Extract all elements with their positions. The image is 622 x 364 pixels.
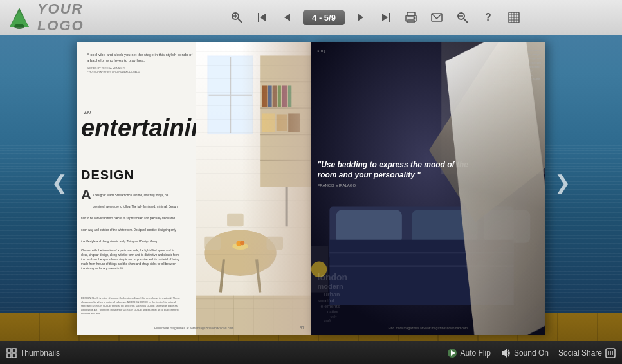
next-page-nav-arrow[interactable]: ❯: [548, 163, 577, 201]
svg-rect-48: [276, 114, 286, 131]
thumbnails-label: Thumbnails: [20, 349, 60, 358]
svg-rect-44: [277, 85, 280, 107]
svg-rect-47: [262, 113, 275, 132]
svg-rect-46: [288, 85, 291, 107]
svg-line-53: [257, 259, 260, 292]
word-soulful: soulful: [318, 298, 348, 304]
left-page-content: A cool vibe and sleek you set the stage …: [77, 42, 311, 335]
svg-rect-28: [196, 42, 311, 335]
bottom-word-overlay: london modern urban soulful elements nat…: [318, 272, 348, 322]
svg-point-51: [205, 230, 275, 273]
find-more-right: Find more magazines at www.magazinesdown…: [389, 326, 468, 330]
word-urban: urban: [324, 291, 348, 298]
svg-point-34: [270, 132, 302, 156]
svg-marker-10: [358, 14, 363, 21]
word-modern: modern: [318, 282, 348, 291]
word-london: london: [318, 272, 348, 283]
svg-marker-12: [382, 14, 388, 21]
magazine-container: A cool vibe and sleek you set the stage …: [77, 35, 545, 341]
logo-icon: [6, 5, 32, 30]
svg-rect-79: [12, 349, 16, 352]
left-caption: DESIGN SLUG is often shown at the best r…: [81, 296, 181, 316]
svg-point-16: [414, 17, 416, 19]
svg-rect-49: [288, 113, 300, 132]
sound-on-label: Sound On: [514, 349, 549, 358]
svg-rect-69: [336, 210, 401, 242]
find-more-left: Find more magazines at www.magazinesdown…: [154, 326, 233, 330]
help-button[interactable]: ?: [477, 6, 499, 28]
prev-page-button[interactable]: [277, 6, 299, 28]
svg-rect-81: [12, 354, 16, 358]
svg-line-19: [464, 19, 468, 23]
sound-on-button[interactable]: Sound On: [500, 348, 549, 358]
prev-page-nav-arrow[interactable]: ❮: [45, 163, 74, 201]
zoom-in-button[interactable]: [226, 6, 248, 28]
thumbnails-icon: [6, 348, 17, 358]
thumbnails-button[interactable]: Thumbnails: [6, 348, 60, 358]
word-native: native: [327, 309, 348, 314]
logo-text: Your Logo: [37, 1, 135, 34]
share-icon: [605, 348, 616, 358]
zoom-out-button[interactable]: [452, 6, 473, 28]
svg-rect-45: [281, 85, 286, 107]
svg-marker-84: [502, 349, 507, 358]
page-left: A cool vibe and sleek you set the stage …: [77, 42, 311, 335]
body-text-1: s designer Wade Stewart once told me, am…: [81, 194, 178, 243]
left-description: A cool vibe and sleek you set the stage …: [87, 52, 196, 64]
svg-marker-8: [260, 14, 266, 21]
drop-cap: A: [81, 188, 91, 201]
word-graft: graft: [324, 318, 348, 322]
left-body-area: A s designer Wade Stewart once told me, …: [81, 187, 181, 245]
svg-point-58: [236, 241, 241, 246]
svg-rect-78: [7, 349, 11, 352]
svg-rect-29: [207, 55, 253, 134]
auto-flip-button[interactable]: Auto Flip: [447, 348, 491, 358]
print-button[interactable]: [400, 6, 422, 28]
svg-point-2: [14, 24, 24, 29]
svg-rect-55: [266, 236, 283, 249]
right-page-content: slug LONDON home is unique and its mater…: [311, 42, 545, 335]
svg-rect-56: [227, 213, 244, 226]
svg-point-50: [204, 230, 276, 276]
logo-area: Your Logo: [6, 1, 135, 34]
toolbar-controls: 4 - 5/9 ?: [135, 6, 616, 28]
sound-icon: [500, 348, 511, 358]
svg-rect-80: [7, 354, 11, 358]
svg-rect-43: [272, 85, 277, 107]
svg-point-57: [232, 242, 248, 249]
svg-marker-9: [284, 14, 290, 21]
svg-rect-54: [204, 236, 221, 249]
toolbar: Your Logo 4 - 5/9 ?: [0, 0, 622, 35]
left-photo-credit: PHOTOGRAPHY BY VIRGINIA MACDONALD: [87, 70, 196, 74]
email-button[interactable]: [426, 6, 448, 28]
page-indicator: 4 - 5/9: [303, 10, 345, 25]
social-share-label: Social Share: [558, 349, 602, 358]
left-top-text: A cool vibe and sleek you set the stage …: [87, 52, 196, 74]
page-number-left: 97: [300, 325, 305, 330]
headline-sub: DESIGN: [81, 168, 134, 183]
svg-line-52: [220, 259, 223, 292]
last-page-button[interactable]: [374, 6, 396, 28]
first-page-button[interactable]: [252, 6, 273, 28]
bottom-bar: Thumbnails Auto Flip Sound On Social Sha…: [0, 341, 622, 364]
auto-flip-label: Auto Flip: [461, 349, 491, 358]
page-right: slug LONDON home is unique and its mater…: [311, 42, 545, 335]
svg-point-59: [240, 241, 244, 245]
right-slug: slug: [318, 49, 326, 53]
svg-line-4: [238, 19, 242, 23]
room-photo-left: [196, 42, 311, 335]
svg-rect-36: [260, 55, 311, 187]
right-quote: "Use bedding to express the mood of the …: [318, 159, 481, 188]
magazine-spread: A cool vibe and sleek you set the stage …: [77, 42, 545, 335]
svg-rect-42: [268, 85, 271, 107]
play-icon: [447, 348, 457, 358]
svg-rect-41: [262, 85, 267, 107]
next-page-button[interactable]: [349, 6, 370, 28]
social-share-button[interactable]: Social Share: [558, 348, 616, 358]
fullscreen-button[interactable]: [503, 6, 525, 28]
svg-rect-30: [208, 57, 252, 133]
body-text-2: Chosen with the intention of a particula…: [81, 248, 181, 271]
svg-point-35: [271, 134, 301, 155]
word-elements: elements: [321, 304, 348, 309]
quote-attribution: FRANCIS MIRALAGO: [318, 183, 481, 188]
